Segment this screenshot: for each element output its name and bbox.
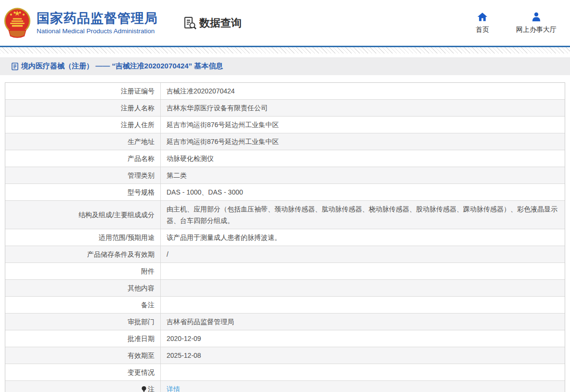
row-value: 吉械注准20202070424 [161, 83, 565, 99]
nav-home[interactable]: 首页 [476, 12, 489, 34]
table-row: 注册证编号 吉械注准20202070424 [5, 83, 565, 100]
document-icon [12, 63, 18, 70]
row-label: 其他内容 [5, 280, 161, 296]
row-value: / [161, 246, 565, 262]
row-value: 该产品用于测量成人患者的脉搏波速。 [161, 229, 565, 246]
row-label: 注册人住所 [5, 117, 161, 133]
row-value: 第二类 [161, 167, 565, 183]
nav-online-hall[interactable]: 网上办事大厅 [516, 12, 557, 34]
row-label: 附件 [5, 263, 161, 279]
row-value: 延吉市鸿运街876号延边州工业集中区 [161, 133, 565, 150]
data-query-label: 数据查询 [199, 16, 242, 30]
row-label: 注册证编号 [5, 83, 161, 99]
row-label: 注 [5, 381, 161, 392]
table-row: 产品名称 动脉硬化检测仪 [5, 150, 565, 167]
table-row: 批准日期 2020-12-09 [5, 330, 565, 347]
row-value: 2025-12-08 [161, 347, 565, 364]
table-row: 管理类别 第二类 [5, 167, 565, 184]
table-row: 备注 [5, 297, 565, 314]
row-value: 详情 [161, 381, 565, 392]
row-value: 吉林省药品监督管理局 [161, 314, 565, 330]
table-row: 审批部门 吉林省药品监督管理局 [5, 314, 565, 330]
table-row: 生产地址 延吉市鸿运街876号延边州工业集中区 [5, 133, 565, 150]
page-title: 境内医疗器械（注册） —— “吉械注准20202070424” 基本信息 [21, 62, 223, 71]
row-label: 注册人名称 [5, 100, 161, 116]
home-icon [477, 12, 488, 22]
row-label: 型号规格 [5, 184, 161, 200]
row-value: 由主机、应用部分（包括血压袖带、颈动脉传感器、肱动脉传感器、桡动脉传感器、股动脉… [161, 201, 565, 229]
bulb-icon [141, 386, 147, 392]
row-value [161, 280, 565, 296]
row-value: 吉林东华原医疗设备有限责任公司 [161, 100, 565, 116]
row-label: 有效期至 [5, 347, 161, 364]
person-icon [531, 12, 542, 22]
nav-home-label: 首页 [476, 26, 489, 34]
row-value: 延吉市鸿运街876号延边州工业集中区 [161, 117, 565, 133]
data-query-section[interactable]: 数据查询 [183, 16, 242, 30]
table-row: 注册人名称 吉林东华原医疗设备有限责任公司 [5, 100, 565, 117]
row-value: DAS - 1000、DAS - 3000 [161, 184, 565, 200]
table-row: 结构及组成/主要组成成分 由主机、应用部分（包括血压袖带、颈动脉传感器、肱动脉传… [5, 201, 565, 229]
row-label: 批准日期 [5, 330, 161, 347]
row-label: 审批部门 [5, 314, 161, 330]
table-row: 附件 [5, 263, 565, 280]
table-row: 其他内容 [5, 280, 565, 297]
row-label: 备注 [5, 297, 161, 313]
row-label: 适用范围/预期用途 [5, 229, 161, 246]
national-emblem-logo [4, 6, 31, 41]
row-label: 管理类别 [5, 167, 161, 183]
detail-link[interactable]: 详情 [167, 383, 180, 392]
row-value [161, 364, 565, 380]
table-row: 注册人住所 延吉市鸿运街876号延边州工业集中区 [5, 117, 565, 133]
row-label: 产品储存条件及有效期 [5, 246, 161, 262]
header-stripe-band [0, 47, 570, 53]
table-row: 产品储存条件及有效期 / [5, 246, 565, 263]
row-value: 2020-12-09 [161, 330, 565, 347]
org-title-block: 国家药品监督管理局 National Medical Products Admi… [37, 11, 158, 35]
table-row: 适用范围/预期用途 该产品用于测量成人患者的脉搏波速。 [5, 229, 565, 246]
row-label: 结构及组成/主要组成成分 [5, 201, 161, 229]
table-row: 型号规格 DAS - 1000、DAS - 3000 [5, 184, 565, 201]
row-label: 产品名称 [5, 150, 161, 167]
breadcrumb: 境内医疗器械（注册） —— “吉械注准20202070424” 基本信息 [0, 57, 570, 75]
table-row: 注 详情 [5, 381, 565, 392]
row-value: 动脉硬化检测仪 [161, 150, 565, 167]
org-name-en: National Medical Products Administration [37, 27, 158, 35]
registration-info-table: 注册证编号 吉械注准20202070424 注册人名称 吉林东华原医疗设备有限责… [5, 82, 565, 392]
table-row: 有效期至 2025-12-08 [5, 347, 565, 364]
row-label: 变更情况 [5, 364, 161, 380]
org-name-cn: 国家药品监督管理局 [37, 11, 158, 26]
row-value [161, 297, 565, 313]
row-label: 生产地址 [5, 133, 161, 150]
table-row: 变更情况 [5, 364, 565, 381]
row-value [161, 263, 565, 279]
document-search-icon [183, 16, 197, 30]
nav-hall-label: 网上办事大厅 [516, 26, 557, 34]
page-header: 国家药品监督管理局 National Medical Products Admi… [0, 0, 570, 46]
